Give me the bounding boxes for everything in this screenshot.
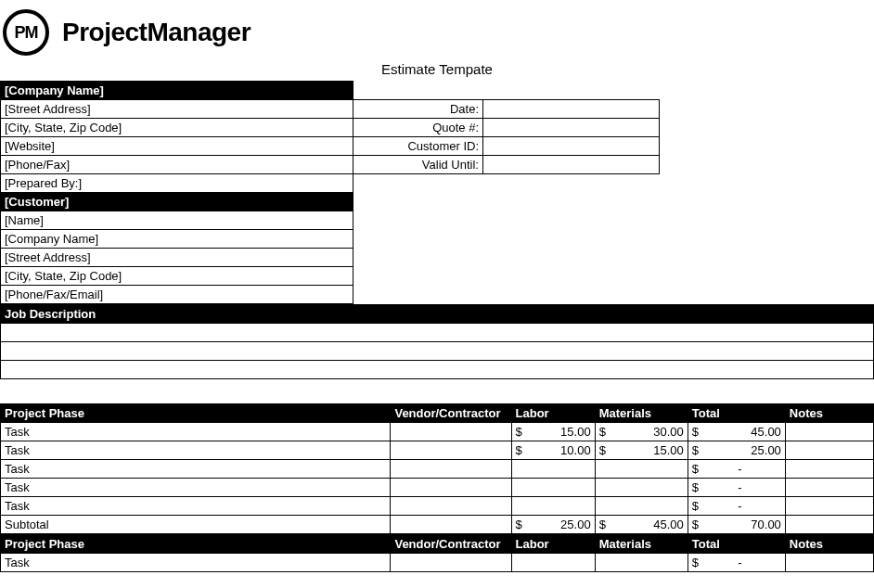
company-city[interactable]: [City, State, Zip Code] (1, 119, 353, 137)
col-materials: Materials (595, 535, 688, 554)
col-total: Total (688, 535, 785, 554)
table-row: Task$- (1, 497, 874, 516)
table-row: Task$- (1, 460, 874, 479)
notes-cell[interactable] (785, 497, 873, 516)
col-notes: Notes (785, 404, 873, 423)
notes-cell[interactable] (785, 554, 873, 572)
customer-city[interactable]: [City, State, Zip Code] (1, 267, 353, 286)
meta-label-validuntil: Valid Until: (353, 156, 483, 174)
total-cell: $- (688, 460, 785, 479)
customer-header: [Customer] (1, 193, 353, 211)
total-cell: $- (688, 497, 785, 516)
subtotal-label: Subtotal (1, 516, 391, 534)
task-cell[interactable]: Task (1, 479, 391, 497)
meta-label-quote: Quote #: (353, 119, 483, 137)
task-cell[interactable]: Task (1, 441, 391, 460)
materials-cell[interactable] (595, 497, 688, 516)
notes-cell[interactable] (785, 441, 873, 460)
page-title: Estimate Tempate (0, 59, 874, 81)
task-cell[interactable]: Task (1, 497, 391, 516)
labor-cell[interactable] (511, 554, 595, 572)
vendor-cell[interactable] (391, 423, 511, 441)
phase-table-2: Project Phase Vendor/Contractor Labor Ma… (0, 534, 874, 572)
vendor-cell[interactable] (391, 554, 511, 572)
labor-cell[interactable]: $10.00 (511, 441, 595, 460)
meta-value-quote[interactable] (483, 119, 660, 137)
customer-name[interactable]: [Name] (1, 211, 353, 230)
total-cell: $- (688, 554, 785, 572)
table-row: Task$- (1, 479, 874, 497)
labor-cell[interactable] (511, 460, 595, 479)
job-description-table: Job Description (0, 304, 874, 379)
company-info-table: [Company Name] [Street Address] Date: [C… (0, 81, 874, 304)
meta-value-validuntil[interactable] (483, 156, 660, 174)
total-cell: $45.00 (688, 423, 785, 441)
subtotal-materials: $45.00 (595, 516, 688, 534)
logo-badge: PM (3, 9, 49, 56)
task-cell[interactable]: Task (1, 460, 391, 479)
col-vendor: Vendor/Contractor (391, 535, 511, 554)
job-desc-line[interactable] (1, 324, 874, 342)
subtotal-total: $70.00 (688, 516, 785, 534)
job-desc-line[interactable] (1, 342, 874, 361)
col-vendor: Vendor/Contractor (391, 404, 511, 423)
subtotal-row: Subtotal $25.00 $45.00 $70.00 (1, 516, 874, 534)
subtotal-vendor (391, 516, 511, 534)
table-row: Task$- (1, 554, 874, 572)
col-phase: Project Phase (1, 535, 391, 554)
notes-cell[interactable] (785, 423, 873, 441)
subtotal-notes (785, 516, 873, 534)
company-street[interactable]: [Street Address] (1, 100, 353, 119)
company-website[interactable]: [Website] (1, 137, 353, 156)
table-row: Task$10.00$15.00$25.00 (1, 441, 874, 460)
task-cell[interactable]: Task (1, 423, 391, 441)
subtotal-labor: $25.00 (511, 516, 595, 534)
col-notes: Notes (785, 535, 873, 554)
col-labor: Labor (511, 404, 595, 423)
job-desc-line[interactable] (1, 361, 874, 379)
vendor-cell[interactable] (391, 497, 511, 516)
customer-street[interactable]: [Street Address] (1, 249, 353, 267)
meta-label-customerid: Customer ID: (353, 137, 483, 156)
notes-cell[interactable] (785, 460, 873, 479)
notes-cell[interactable] (785, 479, 873, 497)
col-materials: Materials (595, 404, 688, 423)
job-desc-header: Job Description (1, 305, 874, 324)
total-cell: $25.00 (688, 441, 785, 460)
total-cell: $- (688, 479, 785, 497)
company-header: [Company Name] (1, 82, 353, 100)
meta-value-date[interactable] (483, 100, 660, 119)
phase-table-1: Project Phase Vendor/Contractor Labor Ma… (0, 403, 874, 534)
col-total: Total (688, 404, 785, 423)
materials-cell[interactable]: $15.00 (595, 441, 688, 460)
company-preparedby[interactable]: [Prepared By:] (1, 174, 353, 193)
labor-cell[interactable]: $15.00 (511, 423, 595, 441)
customer-phone[interactable]: [Phone/Fax/Email] (1, 286, 353, 304)
logo-header: PM ProjectManager (0, 0, 874, 59)
labor-cell[interactable] (511, 497, 595, 516)
materials-cell[interactable] (595, 554, 688, 572)
customer-company[interactable]: [Company Name] (1, 230, 353, 249)
materials-cell[interactable]: $30.00 (595, 423, 688, 441)
table-row: Task$15.00$30.00$45.00 (1, 423, 874, 441)
materials-cell[interactable] (595, 460, 688, 479)
vendor-cell[interactable] (391, 479, 511, 497)
col-phase: Project Phase (1, 404, 391, 423)
col-labor: Labor (511, 535, 595, 554)
company-phone[interactable]: [Phone/Fax] (1, 156, 353, 174)
labor-cell[interactable] (511, 479, 595, 497)
meta-value-customerid[interactable] (483, 137, 660, 156)
vendor-cell[interactable] (391, 441, 511, 460)
task-cell[interactable]: Task (1, 554, 391, 572)
materials-cell[interactable] (595, 479, 688, 497)
meta-label-date: Date: (353, 100, 483, 119)
logo-text: ProjectManager (62, 18, 251, 47)
vendor-cell[interactable] (391, 460, 511, 479)
